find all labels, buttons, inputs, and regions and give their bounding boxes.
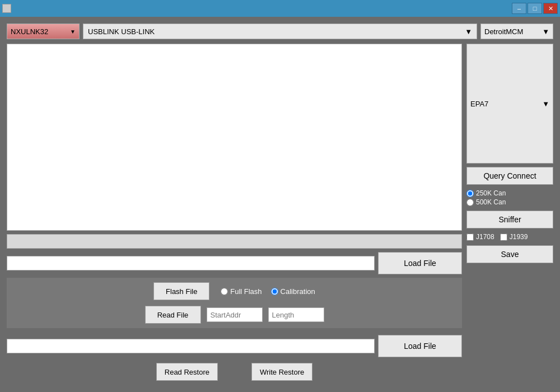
write-restore-button[interactable]: Write Restore — [251, 363, 312, 381]
right-spacer — [466, 267, 553, 385]
file-input-row-1: Load File — [7, 252, 462, 274]
file-path-input-2[interactable] — [7, 339, 375, 353]
title-bar: – □ ✕ — [0, 0, 560, 17]
start-addr-input[interactable] — [207, 307, 263, 322]
can-options: 250K Can 500K Can — [466, 188, 553, 207]
usb-dropdown[interactable]: USBLINK USB-LINK ▼ — [83, 24, 477, 39]
sniffer-button[interactable]: Sniffer — [466, 211, 553, 228]
usb-arrow-icon: ▼ — [465, 27, 472, 36]
full-flash-option[interactable]: Full Flash — [221, 287, 262, 296]
load-file-button-1[interactable]: Load File — [378, 252, 462, 274]
detroit-dropdown[interactable]: DetroitMCM ▼ — [480, 24, 553, 39]
content-area: Load File Flash File Full Flash Calibrat… — [7, 44, 553, 385]
right-panel: EPA7 ▼ Query Connect 250K Can 500K Can S… — [466, 44, 553, 385]
nxulink-dropdown[interactable]: NXULNK32 ▼ — [7, 24, 80, 39]
title-controls: – □ ✕ — [512, 3, 558, 14]
nxulink-arrow-icon: ▼ — [70, 29, 76, 35]
main-container: NXULNK32 ▼ USBLINK USB-LINK ▼ DetroitMCM… — [0, 17, 560, 392]
flash-mode-group: Full Flash Calibration — [221, 287, 315, 296]
j1939-option[interactable]: J1939 — [500, 233, 528, 241]
read-restore-button[interactable]: Read Restore — [156, 363, 218, 381]
restore-section: Load File Read Restore Write Restore — [7, 332, 462, 385]
load-file-button-2[interactable]: Load File — [378, 335, 462, 357]
j1708-checkbox[interactable] — [466, 234, 474, 241]
epa-arrow-icon: ▼ — [542, 100, 549, 108]
read-row: Read File — [7, 304, 462, 326]
flash-file-button[interactable]: Flash File — [153, 282, 209, 300]
progress-bar — [7, 234, 462, 249]
close-button[interactable]: ✕ — [543, 3, 558, 14]
can-250k-radio[interactable] — [466, 190, 474, 197]
full-flash-radio[interactable] — [221, 288, 228, 295]
can-250k-option[interactable]: 250K Can — [466, 189, 553, 197]
can-500k-radio[interactable] — [466, 199, 474, 206]
query-connect-button[interactable]: Query Connect — [466, 167, 553, 185]
calibration-radio[interactable] — [271, 288, 278, 295]
can-500k-option[interactable]: 500K Can — [466, 198, 553, 206]
read-file-button[interactable]: Read File — [145, 306, 201, 324]
flash-row: Flash File Full Flash Calibration — [7, 282, 462, 300]
title-bar-left — [2, 4, 11, 13]
app-icon — [2, 4, 11, 13]
detroit-arrow-icon: ▼ — [542, 27, 549, 36]
file-path-input-1[interactable] — [7, 256, 375, 270]
restore-button[interactable]: □ — [528, 3, 542, 14]
save-button[interactable]: Save — [466, 245, 553, 263]
restore-file-row: Load File — [7, 335, 462, 357]
length-input[interactable] — [268, 307, 324, 322]
left-panel: Load File Flash File Full Flash Calibrat… — [7, 44, 462, 385]
log-area — [7, 44, 462, 231]
j1939-checkbox[interactable] — [500, 234, 507, 241]
flash-section: Flash File Full Flash Calibration Read F — [7, 278, 462, 328]
protocol-checkboxes: J1708 J1939 — [466, 232, 553, 242]
restore-buttons-row: Read Restore Write Restore — [7, 361, 462, 383]
minimize-button[interactable]: – — [512, 3, 526, 14]
j1708-option[interactable]: J1708 — [466, 233, 494, 241]
calibration-option[interactable]: Calibration — [271, 287, 315, 296]
epa-dropdown[interactable]: EPA7 ▼ — [466, 44, 553, 164]
top-row: NXULNK32 ▼ USBLINK USB-LINK ▼ DetroitMCM… — [7, 24, 553, 39]
